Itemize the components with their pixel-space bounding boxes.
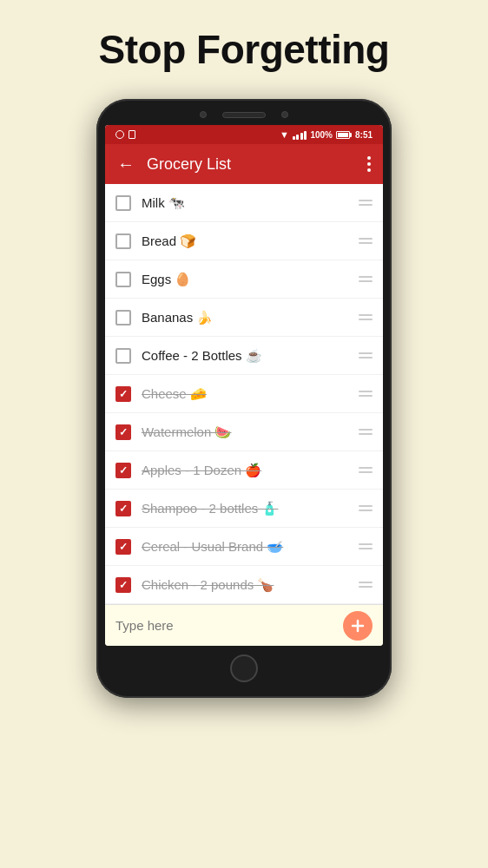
screen: ▼ 100% 8:51 ← <box>105 125 383 646</box>
item-checkbox-6[interactable] <box>115 386 131 402</box>
battery-percent: 100% <box>310 130 333 140</box>
drag-line <box>359 357 373 358</box>
battery-icon <box>336 131 352 139</box>
app-bar-title: Grocery List <box>147 155 355 174</box>
wifi-icon: ▼ <box>280 129 289 140</box>
back-button[interactable]: ← <box>117 155 135 174</box>
item-text-5: Coffee - 2 Bottles ☕ <box>142 348 352 364</box>
status-right-icons: ▼ 100% 8:51 <box>280 129 373 140</box>
drag-line <box>359 238 373 240</box>
list-item: Bread 🍞 <box>105 222 383 260</box>
app-bar: ← Grocery List <box>105 144 383 184</box>
item-text-6: Cheese 🧀 <box>142 386 352 402</box>
sim-icon <box>129 130 135 139</box>
notification-icon <box>115 130 124 139</box>
drag-line <box>359 582 373 583</box>
drag-line <box>359 280 373 282</box>
menu-dot-1 <box>367 156 371 160</box>
menu-dot-2 <box>367 162 371 166</box>
page-headline: Stop Forgetting <box>99 26 390 73</box>
list-item: Coffee - 2 Bottles ☕ <box>105 337 383 375</box>
drag-line <box>359 510 373 511</box>
item-checkbox-2[interactable] <box>115 233 131 249</box>
item-checkbox-7[interactable] <box>115 424 131 440</box>
item-text-4: Bananas 🍌 <box>142 310 352 326</box>
item-text-2: Bread 🍞 <box>142 233 352 249</box>
type-here-input[interactable] <box>115 618 343 633</box>
drag-handle-4[interactable] <box>359 314 373 320</box>
item-checkbox-9[interactable] <box>115 501 131 516</box>
list-item: Shampoo - 2 bottles 🧴 <box>105 490 383 528</box>
drag-handle-6[interactable] <box>359 391 373 397</box>
item-text-1: Milk 🐄 <box>142 195 352 211</box>
item-checkbox-1[interactable] <box>115 195 131 211</box>
drag-handle-5[interactable] <box>359 352 373 358</box>
item-text-10: Cereal - Usual Brand 🥣 <box>142 539 352 555</box>
drag-line <box>359 467 373 469</box>
drag-line <box>359 429 373 431</box>
menu-dot-3 <box>367 168 371 172</box>
phone-top-bar <box>105 111 383 118</box>
speaker <box>222 112 266 118</box>
item-text-9: Shampoo - 2 bottles 🧴 <box>142 501 352 516</box>
list-item: Cereal - Usual Brand 🥣 <box>105 528 383 566</box>
drag-line <box>359 395 373 397</box>
phone-bottom-bar <box>105 654 383 682</box>
list-item: Milk 🐄 <box>105 184 383 222</box>
drag-handle-8[interactable] <box>359 467 373 473</box>
clock: 8:51 <box>355 130 373 140</box>
drag-line <box>359 314 373 316</box>
drag-handle-2[interactable] <box>359 238 373 244</box>
drag-line <box>359 586 373 588</box>
item-text-3: Eggs 🥚 <box>142 272 352 287</box>
drag-line <box>359 543 373 545</box>
list-item: Apples - 1 Dozen 🍎 <box>105 451 383 490</box>
phone-shell: ▼ 100% 8:51 ← <box>96 99 392 698</box>
add-icon <box>350 618 366 634</box>
drag-handle-7[interactable] <box>359 429 373 435</box>
item-text-7: Watermelon 🍉 <box>142 424 352 440</box>
status-left-icons <box>115 130 135 139</box>
front-camera <box>200 111 207 118</box>
drag-handle-1[interactable] <box>359 200 373 206</box>
drag-line <box>359 433 373 435</box>
drag-line <box>359 352 373 354</box>
drag-line <box>359 471 373 473</box>
drag-line <box>359 505 373 507</box>
item-checkbox-11[interactable] <box>115 577 131 593</box>
item-checkbox-3[interactable] <box>115 272 131 287</box>
item-text-11: Chicken - 2 pounds 🍗 <box>142 577 352 593</box>
item-text-8: Apples - 1 Dozen 🍎 <box>142 463 352 478</box>
drag-line <box>359 242 373 244</box>
home-button[interactable] <box>230 654 258 682</box>
list-item: Bananas 🍌 <box>105 299 383 337</box>
drag-line <box>359 276 373 278</box>
list-item: Chicken - 2 pounds 🍗 <box>105 566 383 604</box>
drag-line <box>359 204 373 206</box>
status-bar: ▼ 100% 8:51 <box>105 125 383 144</box>
add-item-button[interactable] <box>343 611 373 641</box>
drag-line <box>359 548 373 549</box>
item-checkbox-8[interactable] <box>115 463 131 478</box>
list-item: Eggs 🥚 <box>105 260 383 299</box>
drag-line <box>359 200 373 201</box>
grocery-list: Milk 🐄Bread 🍞Eggs 🥚Bananas 🍌Coffee - 2 B… <box>105 184 383 604</box>
overflow-menu-button[interactable] <box>367 156 371 172</box>
drag-handle-9[interactable] <box>359 505 373 511</box>
drag-line <box>359 319 373 320</box>
sensor <box>281 111 288 118</box>
item-checkbox-4[interactable] <box>115 310 131 326</box>
list-item: Cheese 🧀 <box>105 375 383 413</box>
input-bar <box>105 604 383 646</box>
drag-handle-3[interactable] <box>359 276 373 282</box>
item-checkbox-10[interactable] <box>115 539 131 555</box>
drag-handle-11[interactable] <box>359 582 373 588</box>
list-item: Watermelon 🍉 <box>105 413 383 451</box>
signal-bars-icon <box>293 129 307 140</box>
drag-handle-10[interactable] <box>359 543 373 549</box>
item-checkbox-5[interactable] <box>115 348 131 364</box>
drag-line <box>359 391 373 392</box>
